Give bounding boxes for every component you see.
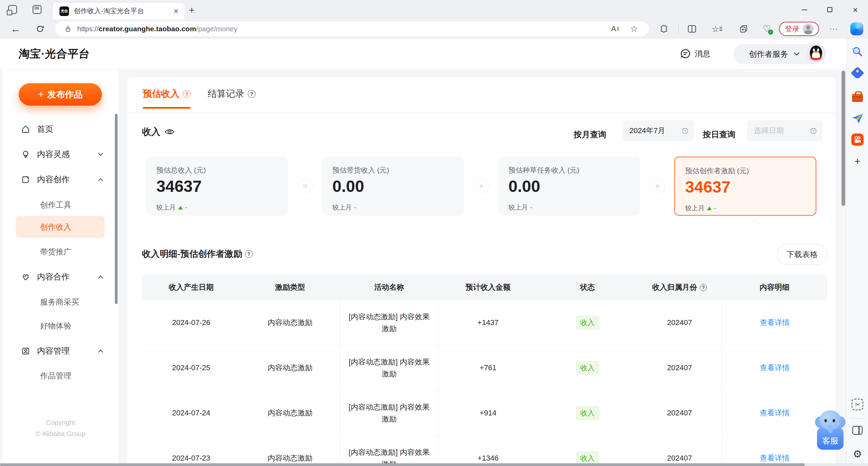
download-table-button[interactable]: 下载表格 [777,244,827,265]
settings-more-icon[interactable]: ··· [828,24,839,34]
search-icon[interactable] [851,45,864,59]
messages-button[interactable]: 消息 [680,48,710,59]
read-aloud-icon[interactable]: A)) [611,24,618,33]
new-tab-button[interactable]: + [189,5,194,15]
sidebar-item-promotion[interactable]: 带货推广 [3,241,118,263]
back-icon: ← [11,23,21,35]
user-avatar[interactable] [806,43,826,63]
card-goods-income[interactable]: 预估带货收入 (元) 0.00 较上月- [322,157,464,216]
income-summary-cards: 预估总收入 (元) 34637 较上月- = 预估带货收入 (元) 0.00 较… [146,157,816,216]
window-controls: × [792,0,868,19]
browser-tab[interactable]: 光合 创作收入-淘宝光合平台 × [53,3,185,19]
card-total-income[interactable]: 预估总收入 (元) 34637 较上月- [146,157,288,216]
window-maximize-button[interactable] [817,0,843,19]
sidebar: + 发布作品 首页 内容灵感 内容创作 创作工具 创作收入 带货推广 [3,70,118,466]
sidebar-item-creation-tools[interactable]: 创作工具 [3,194,118,216]
view-details-link[interactable]: 查看详情 [760,453,790,463]
cell-date: 2024-07-25 [142,345,240,390]
cell-activity: [内容动态激励] 内容效果激励 [340,391,438,435]
favorite-star-icon[interactable]: ☆ [630,24,638,34]
sidebar-item-works-management[interactable]: 作品管理 [3,365,118,387]
window-close-button[interactable]: × [843,0,868,19]
operator-plus-2: + [640,179,674,194]
add-to-sidebar-icon[interactable]: + [851,155,864,168]
tab-close-icon[interactable]: × [174,7,178,15]
sidebar-item-service-purchase[interactable]: 服务商采买 [3,291,118,313]
refresh-button[interactable] [35,23,46,34]
gear-icon[interactable]: ⚙ [851,447,864,461]
sidebar-item-inspiration[interactable]: 内容灵感 [3,143,118,165]
sidebar-item-creation[interactable]: 内容创作 [3,168,118,190]
customer-service-widget[interactable]: 客服 [815,408,846,452]
tools-toolbox-icon[interactable] [851,90,864,104]
cell-activity: [内容动态激励] 内容效果激励 [340,300,438,345]
help-icon[interactable]: ? [248,90,256,98]
sidebar-item-label: 服务商采买 [40,297,79,307]
sidebar-item-creation-income[interactable]: 创作收入 [16,216,105,238]
cell-activity: [内容动态激励] 内容效果激励 [340,436,438,466]
eye-icon[interactable] [164,128,175,136]
col-header-month: 收入归属月份? [637,274,722,300]
copilot-icon[interactable] [850,22,863,35]
window-minimize-button[interactable] [792,0,817,19]
cell-type: 内容动态激励 [240,391,340,435]
help-icon[interactable]: ? [183,90,191,98]
help-icon[interactable]: ? [700,284,707,291]
page-scrollbar[interactable] [841,71,845,206]
tab-estimated-income[interactable]: 预估收入 ? [143,88,191,109]
day-picker[interactable] [747,120,822,141]
cell-month: 202407 [637,300,722,345]
screenshot-snip-icon[interactable]: ✂ [851,398,864,411]
extensions-icon[interactable] [658,24,670,34]
help-icon[interactable]: ? [245,250,253,258]
table-header-row: 收入产生日期 激励类型 活动名称 预计收入金额 状态 收入归属月份? 内容明细 [142,274,827,300]
horizontal-scrollbar-thumb[interactable] [0,463,805,466]
card-value: 0.00 [508,177,630,196]
address-bar[interactable]: https://creator.guanghe.taobao.com/page/… [55,21,649,36]
favorites-hub-icon[interactable]: ☆ [711,24,723,34]
trend-up-icon [707,207,712,210]
month-picker-input[interactable] [629,126,681,135]
sidebar-scrollbar[interactable] [115,114,118,304]
cell-amount: +1437 [438,300,538,345]
view-details-link[interactable]: 查看详情 [760,363,790,373]
profile-avatar-icon [803,23,814,34]
tab-settlement-records[interactable]: 结算记录 ? [208,88,256,109]
query-by-day-label: 按日查询 [703,129,735,140]
sidebar-item-label: 创作收入 [40,222,71,232]
elephant-cheek-right [837,423,839,425]
view-details-link[interactable]: 查看详情 [760,408,790,418]
kuaishou-icon[interactable] [851,133,864,146]
workspaces-icon[interactable] [8,5,17,14]
tab-actions-icon[interactable] [33,5,41,14]
sidebar-item-label: 内容创作 [37,174,70,185]
table-row: 2024-07-26 内容动态激励 [内容动态激励] 内容效果激励 +1437 … [142,300,827,345]
back-button[interactable]: ← [10,23,21,34]
day-picker-input[interactable] [754,126,810,135]
horizontal-scrollbar-track[interactable] [0,463,868,466]
penguin-avatar-icon [806,43,826,63]
sidebar-item-product-trial[interactable]: 好物体验 [3,315,118,337]
sidebar-item-content-management[interactable]: 内容管理 [3,340,118,362]
message-icon [680,48,691,59]
month-picker[interactable] [623,120,694,141]
drop-send-icon[interactable] [851,112,864,125]
shopping-tag-icon[interactable] [851,66,864,80]
split-screen-icon[interactable] [686,24,698,34]
publish-work-button[interactable]: + 发布作品 [19,83,102,106]
card-creator-incentive[interactable]: 预估创作者激励 (元) 34637 较上月- [674,157,816,216]
login-button[interactable]: 登录 [779,22,819,36]
card-seeding-task-income[interactable]: 预估种草任务收入 (元) 0.00 较上月- [498,157,640,216]
view-details-link[interactable]: 查看详情 [760,318,790,328]
cell-detail: 查看详情 [722,436,827,466]
tab-label: 预估收入 [143,88,179,100]
col-header-amount: 预计收入金额 [438,274,538,300]
collections-icon[interactable] [738,24,749,34]
login-label: 登录 [785,24,799,34]
browser-essentials-icon[interactable]: ♡ ✓ [761,24,772,34]
sidebar-item-cooperation[interactable]: 内容合作 [3,266,118,288]
site-logo[interactable]: 淘宝·光合平台 [18,47,91,61]
card-value: 34637 [685,178,805,196]
sidebar-toggle-icon[interactable] [851,424,864,437]
sidebar-item-home[interactable]: 首页 [3,118,118,140]
